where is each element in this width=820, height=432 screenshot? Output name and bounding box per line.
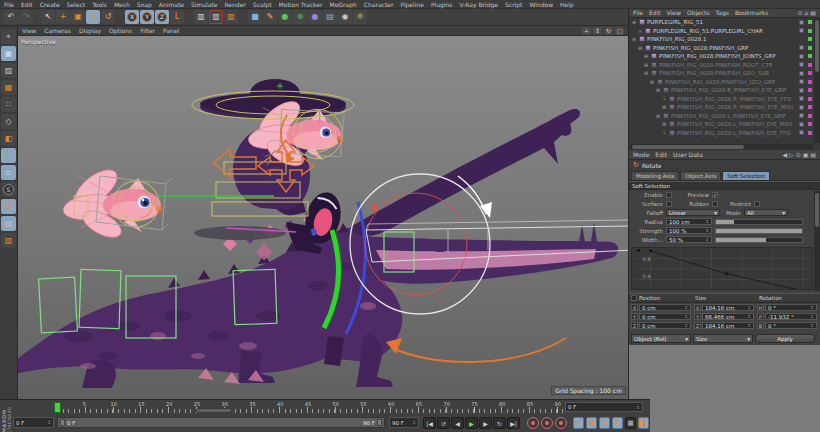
search-icon[interactable]: ⊙ (797, 9, 802, 17)
undo-button[interactable]: ↶ (4, 10, 18, 24)
position-field[interactable]: 0 cm↕ (639, 313, 691, 320)
expand-icon[interactable]: ⊞ (661, 121, 667, 127)
panel-icon[interactable]: ▤ (810, 9, 816, 17)
scale-tool-button[interactable]: ▣ (71, 10, 85, 24)
width-field[interactable]: 50 % ↕ (666, 236, 712, 243)
expand-icon[interactable]: ⊞ (661, 104, 667, 110)
tab-modeling-axis[interactable]: Modeling Axis (631, 171, 679, 180)
add-environment-button[interactable]: ▤ (323, 10, 337, 24)
move-tool-button[interactable]: + (56, 10, 70, 24)
expand-icon[interactable]: ⊞ (649, 79, 655, 85)
menu-sculpt[interactable]: Sculpt (253, 1, 272, 8)
tag-icon[interactable] (799, 130, 804, 135)
range-start-field[interactable]: 0 F ↕ (13, 417, 54, 428)
axis-mode-button[interactable]: L (1, 148, 16, 163)
layer-color-swatch[interactable] (808, 54, 812, 58)
layer-color-swatch[interactable] (808, 131, 812, 135)
menu-simulate[interactable]: Simulate (191, 1, 218, 8)
om-menu-edit[interactable]: Edit (649, 9, 661, 16)
tag-icon[interactable] (799, 62, 804, 67)
am-menu-edit[interactable]: Edit (655, 151, 667, 158)
tab-soft-selection[interactable]: Soft Selection (722, 171, 770, 180)
om-menu-bookmarks[interactable]: Bookmarks (735, 9, 769, 16)
size-field[interactable]: 184.16 cm↕ (702, 322, 754, 329)
polygons-mode-button[interactable]: ◧ (1, 131, 16, 146)
key-parameter-button[interactable]: P (612, 417, 623, 429)
falloff-curve-graph[interactable]: 0.8 0.4 (631, 247, 813, 290)
render-queue-button[interactable]: ▥ (224, 10, 238, 24)
om-menu-view[interactable]: View (667, 9, 681, 16)
lock-y-axis-button[interactable]: Y (140, 10, 154, 24)
forward-icon[interactable]: ▷ (789, 151, 794, 159)
viewport-menu-filter[interactable]: Filter (140, 27, 155, 34)
coordinates-checkbox[interactable] (631, 295, 637, 301)
add-field-button[interactable]: ● (308, 10, 322, 24)
menu-mograph[interactable]: MoGraph (330, 1, 357, 8)
snap-toggle-button[interactable]: S (1, 182, 16, 197)
coordinate-mode-dropdown[interactable]: Object (Rel) ▾ (631, 334, 691, 343)
search-icon[interactable]: ⊙ (796, 151, 801, 159)
viewport-menu-options[interactable]: Options (109, 27, 132, 34)
viewport-menu-view[interactable]: View (22, 27, 36, 34)
viewport[interactable]: ViewCamerasDisplayOptionsFilterPanel+↕↻▢… (18, 26, 628, 399)
menu-v-ray-bridge[interactable]: V-Ray Bridge (459, 1, 498, 8)
falloff-dropdown[interactable]: Linear ▾ (666, 209, 720, 216)
spinner-icon[interactable]: ↕ (684, 314, 688, 319)
menu-edit[interactable]: Edit (21, 1, 33, 8)
range-end-field[interactable]: 90 F ↕ (389, 417, 419, 428)
spinner-icon[interactable]: ↕ (810, 305, 814, 310)
viewport-solo-button[interactable]: ▫ (1, 165, 16, 180)
expand-icon[interactable]: ⊞ (643, 53, 649, 59)
radius-field[interactable]: 100 cm ↕ (666, 218, 712, 225)
object-manager-vscrollbar[interactable] (814, 18, 820, 143)
redo-button[interactable]: ↷ (19, 10, 33, 24)
add-deformer-button[interactable]: ⊛ (293, 10, 307, 24)
spinner-icon[interactable]: ↕ (684, 305, 688, 310)
om-menu-file[interactable]: File (633, 9, 643, 16)
key-rotation-button[interactable]: ↻ (599, 417, 610, 429)
spinner-icon[interactable]: ↕ (810, 314, 814, 319)
strength-field[interactable]: 100 % ↕ (666, 227, 712, 234)
toggle-view-icon[interactable]: ▢ (615, 27, 624, 35)
size-mode-dropdown[interactable]: Size ▾ (693, 334, 753, 343)
surface-checkbox[interactable] (666, 201, 672, 207)
preview-range-marker[interactable] (196, 408, 232, 413)
tree-row[interactable]: ⊞PINKFISH_RIG_0028:PINKFISH_GEO_GRP (629, 78, 813, 87)
range-slider[interactable]: 0 F 90 F (57, 417, 385, 428)
uv-mode-button[interactable]: ▦ (1, 80, 16, 95)
rubber-checkbox[interactable] (712, 201, 718, 207)
enable-checkbox[interactable] (666, 192, 672, 198)
viewport-canvas[interactable] (18, 36, 628, 399)
viewport-menu-cameras[interactable]: Cameras (44, 27, 71, 34)
spinner-icon[interactable]: ↕ (412, 420, 416, 425)
tree-row[interactable]: ×PURPLEGIRL_RIG_51:PURPLEGIRL_CHAR (629, 27, 813, 36)
layer-color-swatch[interactable] (808, 46, 812, 50)
tree-row[interactable]: ⊞PINKFISH_RIG_0028:PINKFISH_ROOT_CTR (629, 61, 813, 70)
layer-color-swatch[interactable] (808, 97, 812, 101)
position-field[interactable]: 0 cm↕ (639, 304, 691, 311)
pan-view-icon[interactable]: + (582, 27, 591, 35)
play-backwards-button[interactable]: ↺ (437, 417, 450, 429)
zoom-view-icon[interactable]: ↕ (593, 27, 602, 35)
viewport-menu-display[interactable]: Display (79, 27, 101, 34)
menu-select[interactable]: Select (67, 1, 86, 8)
apply-button[interactable]: Apply (755, 334, 815, 343)
tree-row[interactable]: ⊞PINKFISH_RIG_0028:PINKFISH_GRP (629, 44, 813, 53)
tweak-mode-button[interactable]: ⌖ (1, 29, 16, 44)
tree-row[interactable]: └PINKFISH_RIG_0028:L_PINKFISH_EYE_FFD (629, 129, 813, 138)
tag-icon[interactable] (799, 28, 804, 33)
tag-icon[interactable] (799, 54, 804, 59)
back-icon[interactable]: ◀ (782, 151, 787, 159)
points-mode-button[interactable]: ∷ (1, 97, 16, 112)
spinner-icon[interactable]: ↕ (705, 237, 709, 242)
spinner-icon[interactable]: ↕ (705, 219, 709, 224)
play-forwards-button[interactable]: ▶ (465, 417, 478, 429)
tag-icon[interactable] (799, 105, 804, 110)
autokeying-button[interactable] (541, 417, 553, 429)
tree-row[interactable]: ⊞PINKFISH_RIG_0028:PINKFISH_GEO_SUB (629, 69, 813, 78)
lock-z-axis-button[interactable]: Z (155, 10, 169, 24)
spinner-icon[interactable]: ↕ (747, 323, 751, 328)
restrict-checkbox[interactable] (754, 201, 760, 207)
layer-color-swatch[interactable] (808, 122, 812, 126)
workplane-lock-button[interactable]: ▥ (1, 233, 16, 248)
